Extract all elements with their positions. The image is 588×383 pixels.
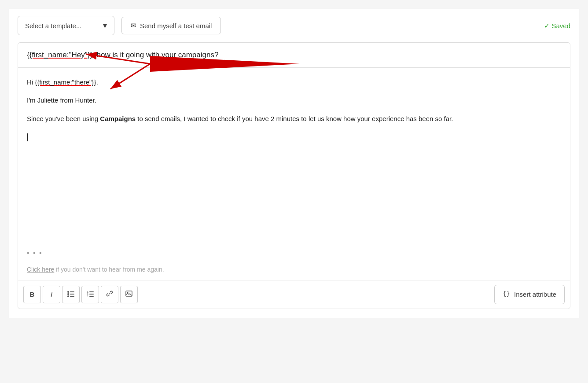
unordered-list-icon — [67, 291, 74, 298]
braces-icon: {} — [503, 290, 511, 299]
subject-line[interactable]: {{first_name:"Hey"}}, how is it going wi… — [18, 43, 570, 68]
text-cursor — [27, 133, 28, 141]
italic-button[interactable]: I — [43, 286, 60, 303]
unsubscribe-link[interactable]: Click here — [27, 266, 54, 273]
test-email-button[interactable]: ✉ Send myself a test email — [121, 17, 221, 34]
saved-indicator: ✓ Saved — [544, 22, 570, 30]
svg-rect-14 — [89, 294, 94, 295]
greeting-paragraph: Hi {{first_name:"there"}}, — [27, 77, 561, 88]
paragraph-2: Since you've been using Campaigns to sen… — [27, 113, 561, 125]
svg-text:{}: {} — [503, 290, 510, 297]
svg-text:3.: 3. — [87, 295, 88, 297]
ellipsis-icon: • • • — [27, 249, 43, 257]
unsubscribe-row: Click here if you don't want to hear fro… — [18, 262, 570, 280]
svg-rect-12 — [89, 291, 94, 292]
top-bar: Select a template... ▾ ✉ Send myself a t… — [9, 9, 579, 42]
check-icon: ✓ — [544, 22, 550, 30]
subject-template-var: {{first_name:"Hey"}} — [27, 51, 92, 59]
saved-label: Saved — [551, 22, 570, 29]
image-icon — [125, 291, 132, 298]
bold-button[interactable]: B — [23, 286, 41, 303]
svg-rect-10 — [70, 296, 74, 297]
svg-point-5 — [67, 291, 69, 293]
paragraph-1: I'm Juliette from Hunter. — [27, 95, 561, 106]
insert-attribute-label: Insert attribute — [514, 291, 556, 298]
image-button[interactable] — [120, 286, 138, 303]
unsubscribe-text: if you don't want to hear from me again. — [54, 266, 164, 273]
cursor-paragraph — [27, 131, 561, 143]
greeting-suffix: , — [96, 78, 98, 86]
link-icon — [106, 290, 113, 298]
paragraph-2-bold: Campaigns — [100, 115, 136, 122]
ordered-list-button[interactable]: 1. 2. 3. — [81, 286, 99, 303]
editor-body[interactable]: Hi {{first_name:"there"}}, I'm Juliette … — [18, 68, 570, 244]
test-email-label: Send myself a test email — [140, 22, 212, 29]
insert-attribute-button[interactable]: {} Insert attribute — [494, 285, 565, 304]
greeting-prefix: Hi — [27, 78, 35, 86]
greeting-var: {{first_name:"there"}} — [35, 78, 96, 86]
paragraph-2-after: to send emails, I wanted to check if you… — [136, 115, 453, 122]
svg-point-7 — [67, 293, 69, 295]
svg-point-9 — [67, 295, 69, 297]
editor-container: {{first_name:"Hey"}}, how is it going wi… — [18, 42, 570, 309]
paragraph-2-before: Since you've been using — [27, 115, 100, 122]
bold-icon: B — [30, 291, 35, 298]
subject-text-after: , how is it going with your campaigns? — [92, 51, 218, 59]
svg-rect-8 — [70, 294, 74, 295]
svg-rect-6 — [70, 291, 74, 292]
ordered-list-icon: 1. 2. 3. — [87, 291, 94, 298]
italic-icon: I — [51, 291, 52, 298]
ellipsis-row: • • • — [18, 244, 570, 262]
unordered-list-button[interactable] — [62, 286, 80, 303]
toolbar: B I — [18, 280, 570, 309]
svg-rect-16 — [89, 296, 94, 297]
chevron-down-icon: ▾ — [103, 21, 107, 30]
svg-rect-17 — [126, 291, 132, 296]
template-select[interactable]: Select a template... ▾ — [18, 16, 114, 35]
template-select-label: Select a template... — [25, 22, 81, 29]
link-button[interactable] — [101, 286, 118, 303]
envelope-icon: ✉ — [131, 22, 136, 29]
page-wrapper: Select a template... ▾ ✉ Send myself a t… — [9, 9, 579, 318]
